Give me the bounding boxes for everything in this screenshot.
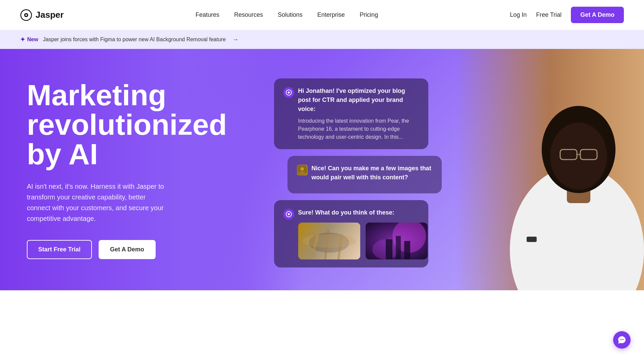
svg-point-4 (301, 167, 304, 171)
start-free-trial-button[interactable]: Start Free Trial (27, 240, 92, 259)
svg-rect-14 (386, 239, 392, 259)
announcement-text: Jasper joins forces with Figma to power … (43, 37, 226, 43)
hero-left: Marketing revolutionized by AI AI isn't … (0, 49, 247, 290)
hero-heading-line2: revolutionized (27, 108, 227, 141)
hero-subtext: AI isn't next, it's now. Harness it with… (27, 181, 168, 224)
below-fold (0, 290, 644, 357)
logo[interactable]: Jasper (20, 9, 64, 21)
ai-avatar-icon (283, 87, 294, 98)
chat-bubble-1-content: Hi Jonathan! I've optimized your blog po… (298, 86, 419, 141)
hero-heading: Marketing revolutionized by AI (27, 80, 227, 169)
svg-point-26 (620, 339, 621, 340)
svg-rect-25 (527, 237, 537, 242)
ai-avatar-icon-2 (283, 209, 294, 220)
announcement-arrow: → (232, 36, 238, 43)
badge-label: New (27, 37, 38, 43)
chat-bubble-3: Sure! What do you think of these: (274, 200, 428, 267)
main-nav: Features Resources Solutions Enterprise … (196, 11, 378, 18)
nav-pricing[interactable]: Pricing (360, 11, 378, 18)
get-demo-nav-button[interactable]: Get A Demo (571, 7, 624, 23)
svg-point-28 (623, 339, 624, 340)
navbar: Jasper Features Resources Solutions Ente… (0, 0, 644, 30)
svg-point-2 (25, 14, 27, 16)
chat-widget-button[interactable] (613, 331, 631, 349)
chat-bubble-3-content: Sure! What do you think of these: (298, 208, 428, 259)
announcement-bar[interactable]: ✦ New Jasper joins forces with Figma to … (0, 30, 644, 49)
nav-enterprise[interactable]: Enterprise (317, 11, 345, 18)
get-demo-hero-button[interactable]: Get A Demo (99, 240, 156, 259)
svg-point-21 (550, 123, 607, 190)
sparkle-icon: ✦ (20, 36, 25, 43)
free-trial-link[interactable]: Free Trial (536, 11, 561, 18)
svg-rect-15 (396, 236, 401, 259)
hero-heading-line1: Marketing (27, 78, 166, 112)
hero-right: Hi Jonathan! I've optimized your blog po… (247, 49, 644, 290)
chat-bubble-1-header: Hi Jonathan! I've optimized your blog po… (283, 86, 419, 141)
nav-solutions[interactable]: Solutions (278, 11, 303, 18)
chat-bubble-1-body: Introducing the latest innovation from P… (298, 117, 419, 141)
chat-bubble-1: Hi Jonathan! I've optimized your blog po… (274, 78, 428, 149)
hero-person-image (409, 49, 644, 290)
ai-icon-inner (286, 89, 292, 96)
svg-point-27 (622, 339, 623, 340)
svg-point-10 (302, 234, 356, 248)
navbar-right: Log In Free Trial Get A Demo (510, 7, 624, 23)
hero-buttons: Start Free Trial Get A Demo (27, 240, 227, 259)
nav-resources[interactable]: Resources (234, 11, 263, 18)
chat-bubble-3-header: Sure! What do you think of these: (283, 208, 419, 259)
announcement-badge: ✦ New (20, 36, 38, 43)
jasper-logo-icon (20, 9, 32, 21)
ai-icon-inner-2 (286, 211, 292, 217)
chat-images (298, 223, 428, 259)
chat-bubble-1-title: Hi Jonathan! I've optimized your blog po… (298, 86, 419, 114)
generated-image-1 (298, 223, 360, 259)
login-link[interactable]: Log In (510, 11, 527, 18)
logo-text: Jasper (36, 10, 64, 20)
chat-widget-icon (618, 336, 626, 344)
chat-bubble-3-title: Sure! What do you think of these: (298, 208, 428, 217)
nav-features[interactable]: Features (196, 11, 219, 18)
user-avatar (297, 165, 308, 175)
hero-section: Marketing revolutionized by AI AI isn't … (0, 49, 644, 290)
hero-heading-line3: by AI (27, 137, 98, 171)
